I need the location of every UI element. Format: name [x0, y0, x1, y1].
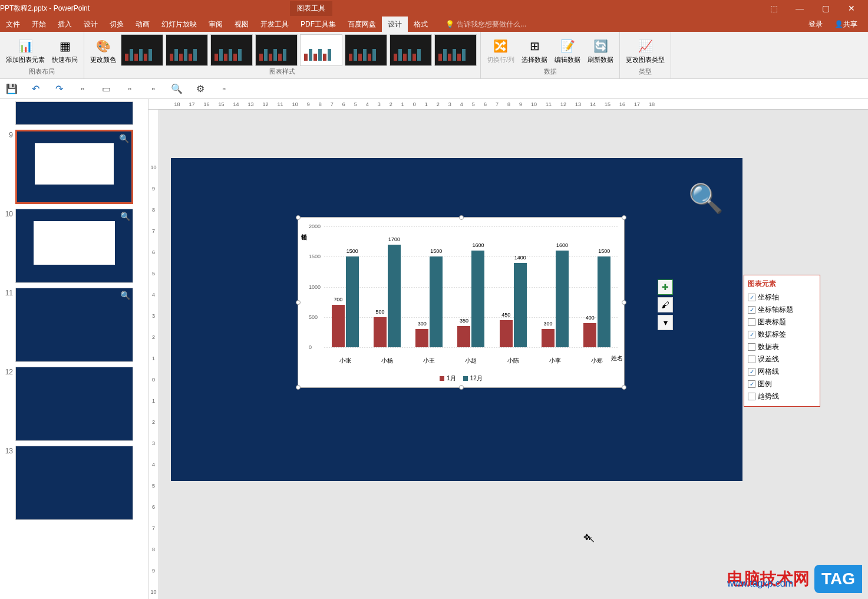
qat-btn-7[interactable]: ▫: [146, 82, 160, 96]
menu-pdf[interactable]: PDF工具集: [295, 17, 342, 32]
ribbon-group-styles: 图表样式: [88, 67, 477, 77]
menu-baidu[interactable]: 百度网盘: [342, 17, 382, 32]
chart-plot-area[interactable]: 7001500500170030015003501600450140030016…: [324, 226, 618, 347]
menubar: 文件 开始 插入 设计 切换 动画 幻灯片放映 审阅 视图 开发工具 PDF工具…: [0, 17, 868, 32]
tell-me-input[interactable]: 💡 告诉我您想要做什么...: [445, 19, 526, 29]
menu-chart-design[interactable]: 设计: [382, 17, 408, 32]
menu-insert[interactable]: 插入: [52, 17, 78, 32]
checkbox-icon: [748, 393, 755, 400]
add-chart-element-button[interactable]: 📊 添加图表元素: [4, 35, 47, 65]
chart-object[interactable]: 销售额 姓名 0500100015002000 7001500500170030…: [298, 217, 625, 388]
menu-view[interactable]: 视图: [229, 17, 255, 32]
ribbon-group-layout: 图表布局: [4, 67, 80, 77]
share-button[interactable]: 👤共享: [829, 17, 863, 32]
chart-element-option[interactable]: 趋势线: [748, 390, 816, 403]
move-cursor-icon: ✥↖: [583, 532, 598, 542]
change-colors-button[interactable]: 🎨 更改颜色: [88, 35, 118, 65]
chart-element-option[interactable]: ✓网格线: [748, 366, 816, 378]
chart-style-4[interactable]: [255, 34, 298, 66]
chart-style-6[interactable]: [345, 34, 387, 66]
chart-elements-button[interactable]: ✚: [658, 279, 673, 295]
refresh-data-button[interactable]: 🔄刷新数据: [585, 35, 616, 65]
zoom-icon: 🔍: [120, 291, 130, 300]
chart-filters-button[interactable]: ▾: [658, 315, 673, 330]
login-button[interactable]: 登录: [803, 17, 829, 32]
window-options-button[interactable]: ⬚: [762, 0, 786, 17]
change-chart-type-button[interactable]: 📈更改图表类型: [623, 35, 667, 65]
chart-styles-button[interactable]: 🖌: [658, 297, 673, 312]
close-button[interactable]: ✕: [840, 0, 863, 17]
chart-element-option[interactable]: 数据表: [748, 341, 816, 353]
chart-element-option[interactable]: ✓图例: [748, 378, 816, 390]
save-button[interactable]: 💾: [5, 82, 19, 96]
chart-element-option[interactable]: 误差线: [748, 353, 816, 366]
refresh-icon: 🔄: [591, 37, 610, 55]
chart-element-option[interactable]: ✓数据标签: [748, 328, 816, 341]
chart-style-2[interactable]: [166, 34, 208, 66]
ribbon-group-type: 类型: [623, 67, 667, 77]
menu-design[interactable]: 设计: [78, 17, 104, 32]
select-data-icon: ⊞: [525, 37, 544, 55]
switch-icon: 🔀: [491, 37, 510, 55]
checkbox-icon: [748, 343, 755, 351]
qat-btn-9[interactable]: ⚙: [193, 82, 207, 96]
colors-icon: 🎨: [94, 37, 113, 55]
minimize-button[interactable]: —: [788, 0, 811, 17]
menu-animations[interactable]: 动画: [130, 17, 156, 32]
slide-thumb-12[interactable]: [15, 367, 133, 441]
ribbon-group-data: 数据: [484, 67, 616, 77]
chart-element-option[interactable]: ✓坐标轴标题: [748, 304, 816, 316]
slide-thumbnail-panel[interactable]: 9🔍 10🔍 11🔍 12 13: [0, 99, 148, 599]
chart-legend[interactable]: 1月12月: [298, 374, 624, 383]
undo-button[interactable]: ↶: [28, 82, 42, 96]
chart-style-3[interactable]: [210, 34, 253, 66]
horizontal-ruler[interactable]: 1817161514131211109876543210123456789101…: [148, 99, 868, 110]
chart-style-1[interactable]: [121, 34, 163, 66]
checkbox-icon: [748, 318, 755, 326]
slide-thumb-11[interactable]: 🔍: [15, 288, 133, 362]
menu-review[interactable]: 审阅: [203, 17, 229, 32]
checkbox-icon: ✓: [748, 368, 755, 376]
chart-elements-popup: 图表元素 ✓坐标轴✓坐标轴标题图表标题✓数据标签数据表误差线✓网格线✓图例趋势线: [744, 275, 820, 407]
qat-btn-4[interactable]: ▫: [75, 82, 90, 96]
menu-transitions[interactable]: 切换: [104, 17, 130, 32]
chart-element-option[interactable]: ✓坐标轴: [748, 291, 816, 304]
edit-data-button[interactable]: 📝编辑数据: [552, 35, 583, 65]
x-axis-labels[interactable]: 小张小杨小王小赵小陈小李小郑: [324, 357, 618, 365]
qat-btn-6[interactable]: ▫: [123, 82, 137, 96]
checkbox-icon: ✓: [748, 294, 755, 301]
chart-style-5[interactable]: [300, 34, 342, 66]
menu-developer[interactable]: 开发工具: [255, 17, 295, 32]
layout-icon: ▦: [55, 37, 74, 55]
slide-editor: 1817161514131211109876543210123456789101…: [148, 99, 868, 599]
switch-row-col-button[interactable]: 🔀切换行/列: [484, 35, 517, 65]
slide-thumb-8[interactable]: [15, 101, 133, 125]
redo-button[interactable]: ↷: [52, 82, 66, 96]
chart-style-7[interactable]: [390, 34, 432, 66]
qat-btn-5[interactable]: ▭: [99, 82, 113, 96]
select-data-button[interactable]: ⊞选择数据: [519, 35, 550, 65]
maximize-button[interactable]: ▢: [814, 0, 837, 17]
slide-thumb-9[interactable]: 🔍: [15, 130, 133, 204]
qat-btn-10[interactable]: ▫: [217, 82, 231, 96]
watermark: 电脑技术网 www.tagxp.com TAG: [727, 565, 862, 593]
chart-style-8[interactable]: [434, 34, 477, 66]
context-tab-label: 图表工具: [290, 1, 332, 16]
menu-file[interactable]: 文件: [0, 17, 26, 32]
zoom-icon: 🔍: [120, 212, 130, 221]
qat-btn-8[interactable]: 🔍: [170, 82, 184, 96]
slide-thumb-10[interactable]: 🔍: [15, 209, 133, 283]
quick-layout-button[interactable]: ▦ 快速布局: [49, 35, 80, 65]
menu-slideshow[interactable]: 幻灯片放映: [156, 17, 203, 32]
menu-chart-format[interactable]: 格式: [408, 17, 434, 32]
chart-element-option[interactable]: 图表标题: [748, 316, 816, 328]
checkbox-icon: ✓: [748, 331, 755, 338]
slide-thumb-13[interactable]: [15, 446, 133, 520]
quick-access-toolbar: 💾 ↶ ↷ ▫ ▭ ▫ ▫ 🔍 ⚙ ▫: [0, 79, 868, 99]
checkbox-icon: ✓: [748, 306, 755, 314]
popup-title: 图表元素: [748, 279, 816, 291]
slide-canvas[interactable]: 🔍 销售额 姓名 0500100015002000 70015005001700…: [171, 158, 742, 481]
vertical-ruler[interactable]: 10987654321012345678910: [148, 110, 159, 599]
menu-home[interactable]: 开始: [26, 17, 52, 32]
zoom-icon: 🔍: [119, 134, 129, 143]
